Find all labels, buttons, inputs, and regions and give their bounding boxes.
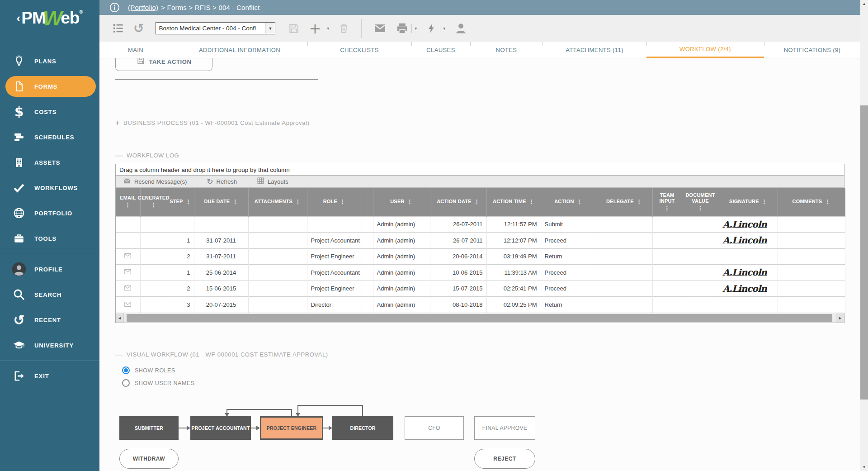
pmweb-logo[interactable]: ‹PMWeb® [0,0,99,36]
sidebar-item-assets[interactable]: ASSETS [5,152,96,173]
column-menu-icon[interactable]: ⋮ [698,205,703,212]
sidebar-item-forms[interactable]: FORMS [5,76,96,97]
workflow-log-section-header[interactable]: — WORKFLOW LOG [115,152,179,159]
print-icon[interactable] [396,22,409,35]
column-menu-icon[interactable]: ⋮ [232,199,238,205]
cell-due_date [194,216,248,233]
sidebar-item-recent[interactable]: ↺RECENT [5,309,96,330]
scroll-right-icon[interactable]: ► [836,313,844,323]
sidebar-item-schedules[interactable]: SCHEDULES [5,127,96,147]
collapse-icon[interactable]: — [115,351,123,358]
tab-notes[interactable]: NOTES [470,42,542,58]
column-menu-icon[interactable]: ⋮ [637,199,642,205]
column-header-step[interactable]: STEP⋮ [167,188,194,216]
visual-workflow-section-header[interactable]: — VISUAL WORKFLOW (01 - WF-000001 COST E… [115,351,328,358]
workflow-node-project-accountant[interactable]: PROJECT ACCOUNTANT [190,416,251,440]
column-header-action_time[interactable]: ACTION TIME⋮ [486,188,541,216]
tab-workflow-2-4[interactable]: WORKFLOW (2/4) [646,42,764,58]
tab-attachments-11[interactable]: ATTACHMENTS (11) [542,42,646,58]
group-by-bar[interactable]: Drag a column header and drop it here to… [116,164,844,176]
column-header-action[interactable]: ACTION⋮ [541,188,596,216]
refresh-button[interactable]: ↻ Refresh [207,178,237,186]
info-icon[interactable] [109,2,120,13]
column-menu-icon[interactable]: ⋮ [407,199,413,205]
vertical-scroll-thumb[interactable] [860,105,868,400]
sidebar-item-portfolio[interactable]: PORTFOLIO [5,203,96,224]
add-caret-icon[interactable]: ▾ [327,26,329,31]
cell-due_date: 15-06-2015 [194,281,248,297]
sidebar-item-exit[interactable]: EXIT [5,366,96,386]
history-icon[interactable]: ↺ [133,22,144,35]
column-menu-icon[interactable]: ⋮ [295,199,301,205]
add-icon[interactable]: + [309,21,321,36]
column-header-email[interactable]: EMAIL⋮ [116,188,140,216]
actions-caret-icon[interactable]: ▾ [443,26,445,31]
collapse-icon[interactable]: — [115,152,123,159]
workflow-node-project-engineer[interactable]: PROJECT ENGINEER [260,416,323,440]
column-header-action_date[interactable]: ACTION DATE⋮ [430,188,486,216]
scroll-left-icon[interactable]: ◄ [116,313,124,323]
column-header-document_value[interactable]: DOCUMENT VALUE⋮ [682,188,719,216]
column-menu-icon[interactable]: ⋮ [125,202,131,209]
column-menu-icon[interactable]: ⋮ [340,199,345,205]
column-menu-icon[interactable]: ⋮ [825,199,830,205]
actions-bolt-icon[interactable] [426,23,437,34]
record-selector[interactable]: Boston Medical Center - 004 - Confl ▼ [156,22,275,34]
user-icon[interactable] [454,22,467,35]
column-header-delegate[interactable]: DELEGATE⋮ [596,188,652,216]
scroll-down-icon[interactable]: ▼ [860,463,868,471]
sidebar-item-profile[interactable]: PROFILE [5,259,96,280]
column-header-signature[interactable]: SIGNATURE⋮ [719,188,778,216]
cell-action_date: 26-07-2011 [430,216,486,233]
column-menu-icon[interactable]: ⋮ [474,199,480,205]
column-menu-icon[interactable]: ⋮ [186,199,191,205]
tab-clauses[interactable]: CLAUSES [411,42,470,58]
business-process-section-header[interactable]: + BUSINESS PROCESS (01 - WF-000001 Cost … [115,119,309,127]
reject-button[interactable]: REJECT [474,449,535,469]
column-header-generated[interactable]: GENERATED⋮ [140,188,167,216]
page-vertical-scrollbar[interactable]: ▲ ▼ [860,0,868,471]
sidebar-item-costs[interactable]: $COSTS [5,101,96,122]
workflow-node-director[interactable]: DIRECTOR [332,416,393,440]
take-action-button[interactable]: TAKE ACTION [115,58,212,71]
radio-show-user-names[interactable]: SHOW USER NAMES [122,379,195,387]
email-icon[interactable] [373,22,387,35]
column-header-attachments[interactable]: ATTACHMENTS⋮ [248,188,307,216]
log-list-icon[interactable] [112,22,124,34]
sidebar-item-plans[interactable]: PLANS [5,51,96,71]
cell-attachments [248,216,307,233]
workflow-node-submitter[interactable]: SUBMITTER [119,416,179,440]
column-menu-icon[interactable]: ⋮ [529,199,534,205]
table-horizontal-scrollbar[interactable]: ◄ ► [116,313,844,323]
resend-messages-button[interactable]: Resend Message(s) [123,177,187,186]
column-header-spacer[interactable] [362,188,373,216]
column-header-role[interactable]: ROLE⋮ [307,188,362,216]
expand-icon[interactable]: + [115,119,120,127]
column-header-team_input[interactable]: TEAM INPUT⋮ [652,188,682,216]
column-header-due_date[interactable]: DUE DATE⋮ [194,188,248,216]
tab-notifications-9[interactable]: NOTIFICATIONS (9) [764,42,860,58]
column-menu-icon[interactable]: ⋮ [762,199,767,205]
column-menu-icon[interactable]: ⋮ [664,205,670,212]
sidebar-item-workflows[interactable]: WORKFLOWS [5,177,96,198]
horizontal-scroll-thumb[interactable] [127,314,832,322]
record-selector-caret-icon[interactable]: ▼ [265,23,275,34]
tab-main[interactable]: MAIN [99,42,172,58]
cell-email [116,297,140,313]
tab-checklists[interactable]: CHECKLISTS [307,42,411,58]
sidebar-item-tools[interactable]: TOOLS [5,228,96,249]
tab-additional-information[interactable]: ADDITIONAL INFORMATION [172,42,307,58]
column-header-user[interactable]: USER⋮ [373,188,430,216]
sidebar-item-university[interactable]: UNIVERSITY [5,335,96,356]
column-menu-icon[interactable]: ⋮ [151,202,156,209]
layouts-button[interactable]: Layouts [257,177,288,186]
column-menu-icon[interactable]: ⋮ [577,199,582,205]
print-caret-icon[interactable]: ▾ [415,26,417,31]
withdraw-button[interactable]: WITHDRAW [119,449,179,469]
sidebar-item-search[interactable]: SEARCH [5,284,96,305]
breadcrumb-portfolio-link[interactable]: (Portfolio) [128,4,158,11]
cell-comments [778,248,845,265]
column-header-comments[interactable]: COMMENTS⋮ [778,188,845,216]
radio-show-roles[interactable]: SHOW ROLES [122,366,175,374]
scroll-up-icon[interactable]: ▲ [860,0,868,8]
